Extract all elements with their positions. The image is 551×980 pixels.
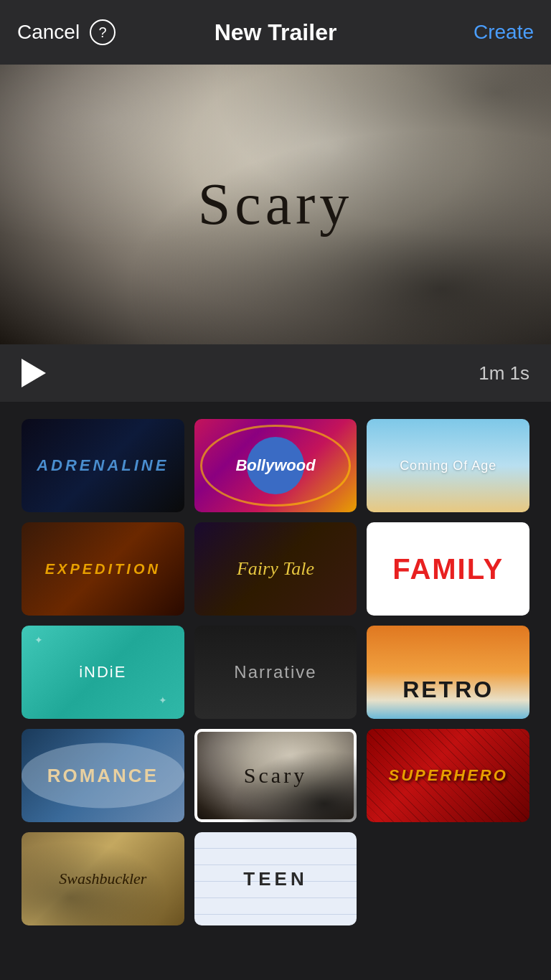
template-label-indie: iNDiE	[79, 663, 126, 682]
template-label-fairy-tale: Fairy Tale	[237, 558, 314, 580]
template-item-coming-of-age[interactable]: Coming Of Age	[367, 419, 529, 512]
template-item-narrative[interactable]: Narrative	[194, 626, 357, 719]
template-label-romance: ROMANCE	[47, 765, 159, 787]
template-label-narrative: Narrative	[234, 662, 316, 682]
template-label-scary: Scary	[244, 763, 307, 788]
template-grid: AdrenalineBollywoodComing Of AgeExpediti…	[0, 402, 551, 943]
bollywood-label: Bollywood	[247, 437, 304, 494]
template-label-swashbuckler: Swashbuckler	[59, 870, 146, 888]
template-label-retro: RETRO	[402, 677, 494, 703]
header-left: Cancel ?	[17, 19, 116, 45]
template-label-adrenaline: Adrenaline	[37, 456, 169, 475]
cancel-button[interactable]: Cancel	[17, 21, 80, 44]
template-item-teen[interactable]: TEEN	[194, 832, 357, 925]
template-item-indie[interactable]: iNDiE	[22, 626, 184, 719]
preview-title: Scary	[198, 171, 354, 238]
template-label-coming-of-age: Coming Of Age	[400, 458, 496, 473]
template-item-family[interactable]: FAMILY	[367, 522, 529, 616]
help-icon[interactable]: ?	[90, 19, 116, 45]
page-title: New Trailer	[215, 19, 337, 46]
template-item-bollywood[interactable]: Bollywood	[194, 419, 357, 512]
template-label-family: FAMILY	[392, 553, 504, 585]
template-label-expedition: Expedition	[45, 561, 161, 578]
header: Cancel ? New Trailer Create	[0, 0, 551, 65]
template-item-swashbuckler[interactable]: Swashbuckler	[22, 832, 184, 925]
template-label-teen: TEEN	[243, 868, 307, 890]
create-button[interactable]: Create	[474, 21, 534, 44]
preview-image: Scary	[0, 65, 551, 344]
template-item-fairy-tale[interactable]: Fairy Tale	[194, 522, 357, 616]
preview-container: Scary 1m 1s	[0, 65, 551, 402]
template-item-adrenaline[interactable]: Adrenaline	[22, 419, 184, 512]
template-label-superhero: SUPERHERO	[388, 766, 507, 785]
preview-controls: 1m 1s	[0, 344, 551, 402]
template-item-retro[interactable]: RETRO	[367, 626, 529, 719]
template-item-expedition[interactable]: Expedition	[22, 522, 184, 616]
play-button[interactable]	[22, 359, 46, 387]
template-item-romance[interactable]: ROMANCE	[22, 729, 184, 822]
template-item-scary[interactable]: Scary	[194, 729, 357, 822]
preview-duration: 1m 1s	[479, 362, 529, 385]
template-item-superhero[interactable]: SUPERHERO	[367, 729, 529, 822]
